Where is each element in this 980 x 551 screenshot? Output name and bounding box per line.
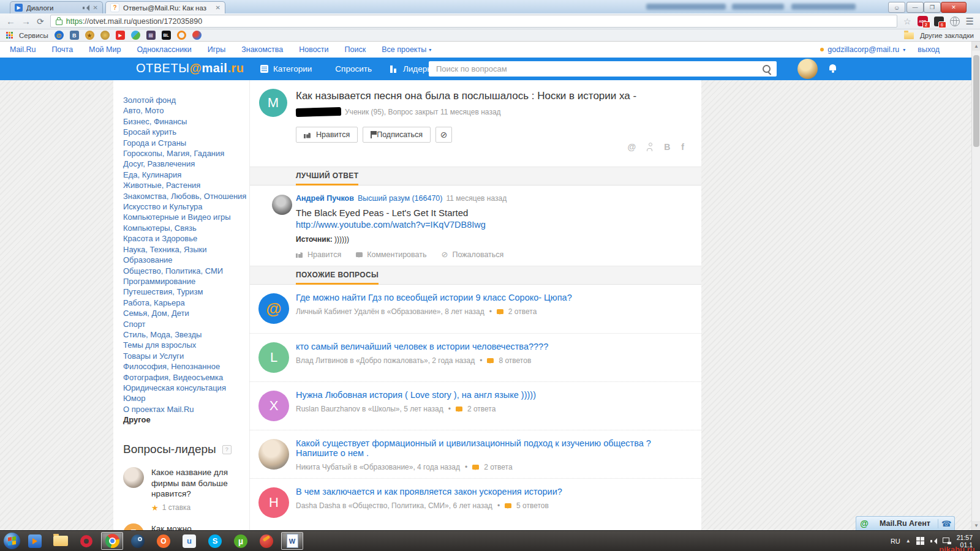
- browser-scrollbar[interactable]: ▲ ▼: [971, 42, 980, 530]
- leader-question-title[interactable]: Как можно осуществить раздачу! бесплатно…: [151, 523, 243, 530]
- bl-bookmark-icon[interactable]: BL: [162, 31, 171, 40]
- sidebar-category[interactable]: Компьютеры, Связь: [123, 223, 249, 233]
- sidebar-category[interactable]: Бросай курить: [123, 127, 249, 137]
- nav-mailru[interactable]: Mail.Ru: [10, 45, 36, 54]
- back-icon[interactable]: ←: [6, 17, 15, 26]
- sidebar-category[interactable]: Компьютерные и Видео игры: [123, 212, 249, 222]
- nav-odnoklassniki[interactable]: Одноклассники: [137, 45, 191, 54]
- subscribe-button[interactable]: Подписаться: [363, 127, 431, 143]
- sidebar-category[interactable]: Еда, Кулинария: [123, 170, 249, 180]
- sidebar-category[interactable]: Искусство и Культура: [123, 201, 249, 212]
- chrome-profile-button[interactable]: ☺: [888, 2, 905, 13]
- tab-otvet-mailru[interactable]: ? Ответы@Mail.Ru: Как наз ✕: [105, 1, 225, 13]
- like-button[interactable]: Нравится: [296, 127, 358, 143]
- taskbar-opera[interactable]: [75, 532, 97, 550]
- similar-question-title[interactable]: Какой существует формационный и цивилиза…: [296, 438, 683, 458]
- otvet-logo[interactable]: ОТВЕТЫ@mail.ru: [136, 61, 244, 75]
- language-indicator[interactable]: RU: [891, 538, 900, 545]
- volume-icon[interactable]: [930, 538, 937, 544]
- taskbar-wmp[interactable]: [24, 532, 46, 550]
- similar-question-title[interactable]: Где можно найти Гдз по всеобщей истории …: [296, 293, 683, 302]
- close-button[interactable]: ✕: [941, 2, 967, 13]
- address-bar[interactable]: https ://otvet.mail.ru/question/17203589…: [50, 15, 897, 28]
- vk-bookmark-icon[interactable]: B: [70, 31, 79, 40]
- sidebar-category[interactable]: Программирование: [123, 276, 249, 287]
- search-icon[interactable]: [763, 65, 771, 73]
- sidebar-category[interactable]: Спорт: [123, 319, 249, 329]
- scrollbar-thumb[interactable]: [973, 55, 979, 147]
- extension-icon[interactable]: 6: [934, 17, 944, 26]
- question-avatar[interactable]: H: [258, 487, 289, 518]
- taskbar-word[interactable]: W: [281, 532, 303, 550]
- question-author-avatar[interactable]: M: [259, 89, 287, 117]
- answer-link[interactable]: http://www.youtube.com/watch?v=IKqV7DB8I…: [296, 220, 486, 230]
- tray-expand-icon[interactable]: ▲: [906, 538, 911, 544]
- search-input[interactable]: [435, 64, 763, 74]
- taskbar-chrome[interactable]: [101, 532, 123, 550]
- action-center-icon[interactable]: [916, 537, 925, 545]
- mailru-agent-widget[interactable]: @ Mail.Ru Агент ☎: [856, 516, 955, 530]
- logout-link[interactable]: выход: [918, 45, 940, 54]
- sidebar-category[interactable]: Общество, Политика, СМИ: [123, 266, 249, 276]
- shield-bookmark-icon[interactable]: [131, 31, 140, 40]
- sidebar-category[interactable]: Гороскопы, Магия, Гадания: [123, 148, 249, 159]
- sidebar-category[interactable]: Юридическая консультация: [123, 383, 249, 393]
- forward-icon[interactable]: →: [21, 17, 31, 26]
- youtube-bookmark-icon[interactable]: ▶: [116, 31, 125, 40]
- chrome-menu-icon[interactable]: ☰: [966, 16, 974, 27]
- refresh-icon[interactable]: ⟳: [37, 17, 44, 26]
- answer-author-name[interactable]: Андрей Пучков: [296, 194, 354, 203]
- sidebar-category[interactable]: Города и Страны: [123, 138, 249, 148]
- maximize-button[interactable]: ❐: [924, 2, 941, 13]
- nav-novosti[interactable]: Новости: [299, 45, 328, 54]
- sidebar-category[interactable]: Товары и Услуги: [123, 351, 249, 361]
- similar-question-title[interactable]: Нужна Любовная история ( Love story ), н…: [296, 390, 683, 400]
- sidebar-category[interactable]: Стиль, Мода, Звезды: [123, 329, 249, 340]
- agent-phone-icon[interactable]: ☎: [938, 519, 954, 528]
- answer-comment-action[interactable]: Комментировать: [356, 250, 426, 259]
- vk-share-icon[interactable]: B: [664, 142, 670, 152]
- taskbar-skype[interactable]: S: [204, 532, 226, 550]
- question-avatar[interactable]: X: [258, 391, 289, 421]
- facebook-share-icon[interactable]: f: [681, 142, 684, 152]
- nav-categories[interactable]: Категории: [260, 64, 312, 73]
- sidebar-category[interactable]: Красота и Здоровье: [123, 233, 249, 244]
- odnoklassniki-share-icon[interactable]: [647, 143, 653, 151]
- taskbar-steam[interactable]: [127, 532, 149, 550]
- nav-znakomstva[interactable]: Знакомства: [241, 45, 283, 54]
- sidebar-category-other[interactable]: Другое: [123, 415, 249, 424]
- similar-question-title[interactable]: кто самый величайший человек в истории ч…: [296, 342, 683, 351]
- sidebar-category[interactable]: Досуг, Развлечения: [123, 159, 249, 169]
- question-avatar[interactable]: L: [258, 342, 289, 373]
- answer-author-rank[interactable]: Высший разум (166470): [358, 194, 443, 203]
- sidebar-category[interactable]: Путешествия, Туризм: [123, 287, 249, 297]
- nav-pochta[interactable]: Почта: [51, 45, 73, 54]
- sidebar-category[interactable]: Золотой фонд: [123, 95, 249, 105]
- sidebar-category[interactable]: Животные, Растения: [123, 180, 249, 190]
- sidebar-category[interactable]: Темы для взрослых: [123, 340, 249, 350]
- report-button[interactable]: ⊘: [435, 127, 452, 143]
- sidebar-category[interactable]: Работа, Карьера: [123, 298, 249, 308]
- mailru-bookmark-icon[interactable]: @: [55, 31, 64, 40]
- question-avatar-photo[interactable]: [258, 439, 289, 470]
- taskbar-origin[interactable]: O: [153, 532, 175, 550]
- user-avatar[interactable]: [797, 59, 818, 79]
- sidebar-category[interactable]: Юмор: [123, 393, 249, 403]
- sidebar-category[interactable]: Фотография, Видеосъемка: [123, 372, 249, 383]
- network-icon[interactable]: [943, 538, 951, 544]
- help-icon[interactable]: ?: [222, 445, 232, 454]
- mailru-share-icon[interactable]: @: [628, 142, 636, 152]
- account-link[interactable]: godzillacorp@mail.ru: [827, 45, 899, 54]
- sidebar-category[interactable]: Наука, Техника, Языки: [123, 244, 249, 255]
- sidebar-category[interactable]: Знакомства, Любовь, Отношения: [123, 191, 249, 201]
- nav-poisk[interactable]: Поиск: [345, 45, 366, 54]
- taskbar-uplay[interactable]: u: [178, 532, 200, 550]
- notifications-bell-icon[interactable]: [829, 64, 837, 73]
- globe-extension-icon[interactable]: [950, 17, 960, 26]
- answer-like-action[interactable]: Нравится: [296, 250, 341, 259]
- sidebar-category[interactable]: Образование: [123, 255, 249, 265]
- sidebar-category[interactable]: О проектах Mail.Ru: [123, 404, 249, 414]
- nav-all-projects[interactable]: Все проекты ▾: [382, 45, 431, 54]
- bookmark-star-icon[interactable]: ☆: [903, 17, 911, 26]
- sidebar-category[interactable]: Авто, Мото: [123, 105, 249, 116]
